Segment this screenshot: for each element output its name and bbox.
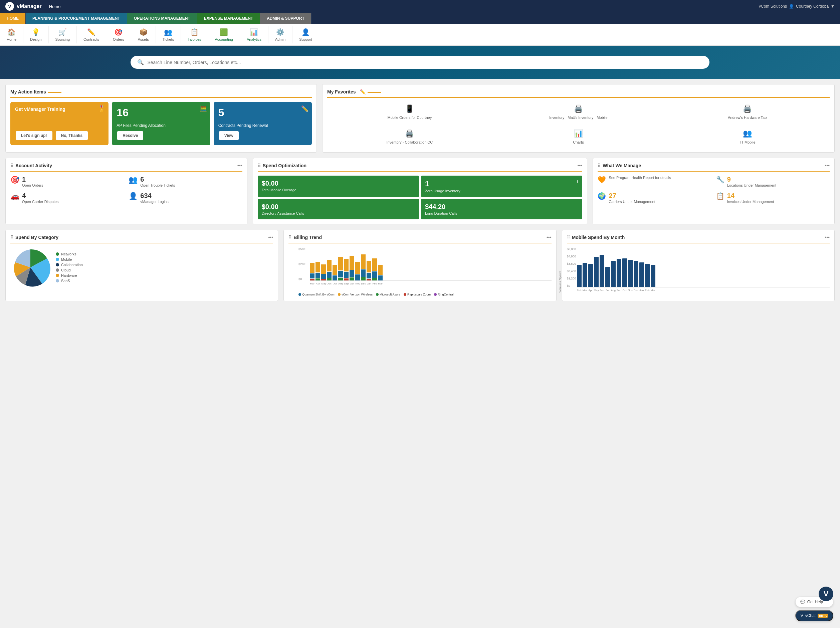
- billing-legend: Quantum Shift By vCom vCom Verizon Wirel…: [298, 293, 551, 296]
- legend-networks: Networks: [56, 252, 83, 256]
- account-dots-menu[interactable]: •••: [237, 163, 242, 168]
- mobile-bar-nov: [628, 260, 633, 287]
- manage-dots-menu[interactable]: •••: [825, 163, 830, 168]
- bar-segment: [344, 259, 349, 271]
- m-y-0: $0: [567, 284, 576, 287]
- nav-item-design[interactable]: 💡 Design: [24, 26, 48, 43]
- nav-item-orders[interactable]: 🎯 Orders: [106, 26, 131, 43]
- billing-dots-menu[interactable]: •••: [546, 235, 551, 240]
- user-icon: 👤: [789, 4, 794, 9]
- row-3: ⠿ Spend By Category •••: [5, 230, 835, 301]
- nav-expense[interactable]: EXPENSE MANAGEMENT: [197, 13, 260, 24]
- category-dots-menu[interactable]: •••: [268, 235, 273, 240]
- grid-icon-billing: ⠿: [289, 235, 292, 240]
- nav-operations[interactable]: OPERATIONS MANAGEMENT: [127, 13, 197, 24]
- billing-chart-container: $50K $20K $0: [298, 248, 551, 291]
- fav-item-3[interactable]: 🖨️ Inventory - Collaboration CC: [327, 126, 492, 147]
- nav-item-admin[interactable]: ⚙️ Admin: [268, 26, 292, 43]
- legend-dot-quantum: [298, 293, 301, 296]
- spend-grid: $0.00 Total Mobile Overage ℹ 1 Zero Usag…: [258, 176, 583, 219]
- accounting-icon: 🟩: [219, 28, 228, 36]
- health-report-item: 🧡 See Program Health Report for details: [598, 176, 711, 187]
- tickets-activity-icon: 👥: [128, 176, 137, 184]
- nav-home[interactable]: HOME: [0, 13, 26, 24]
- billing-chart-wrap: $50K $20K $0: [289, 248, 551, 296]
- long-duration-label: Long Duration Calls: [425, 211, 578, 215]
- bar-segment: [366, 279, 371, 281]
- fav-item-1[interactable]: 🖨️ Inventory - Matt's Inventory - Mobile: [496, 102, 661, 123]
- logins-item: 👤 634 vManager Logins: [128, 192, 242, 204]
- mobile-spend-title: ⠿ Mobile Spend By Month •••: [567, 235, 830, 243]
- mobile-bar-feb2: [645, 264, 650, 287]
- fav-item-0[interactable]: 📱 Mobile Orders for Courtney: [327, 102, 492, 123]
- fav-item-2[interactable]: 🖨️ Andrew's Hardware Tab: [665, 102, 830, 123]
- signup-button[interactable]: Let's sign up!: [16, 131, 52, 140]
- mobile-dots-menu[interactable]: •••: [825, 235, 830, 240]
- bar-aug: [338, 248, 343, 281]
- nav-item-contracts[interactable]: ✏️ Contracts: [77, 26, 106, 43]
- carriers-count: 27: [609, 192, 655, 200]
- carriers-item: 🌍 27 Carriers Under Management: [598, 192, 711, 204]
- invoices-manage-count: 14: [727, 192, 774, 200]
- fav-icon-1: 🖨️: [574, 104, 583, 113]
- month-label: Apr: [316, 282, 320, 285]
- nav-admin[interactable]: ADMIN & SUPPORT: [260, 13, 311, 24]
- billing-y-labels: $50K $20K $0: [298, 248, 305, 281]
- action-items-card: My Action Items 🎖️ Get vManager Training…: [5, 84, 317, 153]
- legend-dot-hardware: [56, 274, 59, 277]
- spend-dots-menu[interactable]: •••: [578, 163, 583, 168]
- favorites-title-text: My Favorites: [327, 89, 356, 95]
- nav-item-tickets[interactable]: 👥 Tickets: [156, 26, 181, 43]
- fav-item-5[interactable]: 👥 TT Mobile: [665, 126, 830, 147]
- nav-item-sourcing[interactable]: 🛒 Sourcing: [49, 26, 77, 43]
- pie-legend: Networks Mobile Collaboration Cloud: [56, 252, 83, 283]
- favorites-edit-icon[interactable]: ✏️: [360, 89, 366, 95]
- user-name[interactable]: Courtney Cordoba: [796, 4, 829, 9]
- bar-segment: [310, 263, 314, 273]
- m-y-6000: $6,000: [567, 248, 576, 251]
- search-input[interactable]: [147, 60, 703, 65]
- nav-item-assets[interactable]: 📦 Assets: [131, 26, 156, 43]
- training-buttons: Let's sign up! No, Thanks: [15, 131, 104, 140]
- nav-item-analytics[interactable]: 📊 Analytics: [240, 26, 268, 43]
- fav-item-4[interactable]: 📊 Charts: [496, 126, 661, 147]
- bar-segment: [355, 275, 360, 281]
- mobile-bar-chart: [577, 248, 830, 287]
- nav-item-support[interactable]: 👤 Support: [292, 26, 319, 43]
- nav-item-accounting[interactable]: 🟩 Accounting: [208, 26, 240, 43]
- y-label-20k: $20K: [298, 262, 305, 266]
- trouble-tickets-item: 👥 6 Open Trouble Tickets: [128, 176, 242, 187]
- favorites-title: My Favorites ✏️: [327, 89, 830, 98]
- m-label-dec: Dec: [634, 289, 638, 292]
- nav-planning[interactable]: PLANNING & PROCUREMENT MANAGEMENT: [26, 13, 127, 24]
- legend-dot-mobile: [56, 258, 59, 261]
- tickets-icon: 👥: [164, 28, 172, 36]
- fav-label-0: Mobile Orders for Courtney: [387, 115, 432, 120]
- spend-category-card: ⠿ Spend By Category •••: [5, 230, 278, 301]
- invoices-item: 📋 14 Invoices Under Management: [716, 192, 830, 204]
- carriers-icon: 🌍: [598, 192, 606, 200]
- app-logo[interactable]: V vManager: [5, 2, 42, 11]
- dropdown-arrow: ▼: [831, 4, 835, 9]
- fav-icon-5: 👥: [743, 129, 752, 138]
- resolve-button[interactable]: Resolve: [117, 131, 143, 140]
- legend-dot-saas: [56, 279, 59, 282]
- m-label-oct: Oct: [622, 289, 627, 292]
- search-icon: 🔍: [137, 59, 144, 65]
- no-thanks-button[interactable]: No, Thanks: [56, 131, 88, 140]
- training-title: Get vManager Training: [15, 107, 104, 112]
- zero-usage-info-icon[interactable]: ℹ: [577, 180, 578, 183]
- m-label-feb2: Feb: [645, 289, 650, 292]
- y-label-50k: $50K: [298, 248, 305, 251]
- bar-segment: [333, 265, 337, 275]
- bar-segment: [316, 273, 320, 278]
- nav-item-invoices[interactable]: 📋 Invoices: [181, 26, 208, 43]
- mobile-bar-apr: [588, 264, 593, 287]
- bar-sep: [344, 248, 349, 281]
- legend-label-vcom-verizon: vCom Verizon Wireless: [341, 293, 373, 296]
- bar-segment: [378, 265, 383, 275]
- mobile-overage-tile: $0.00 Total Mobile Overage: [258, 176, 419, 197]
- view-button[interactable]: View: [219, 131, 239, 140]
- bar-segment: [327, 278, 332, 281]
- nav-item-home[interactable]: 🏠 Home: [0, 26, 24, 43]
